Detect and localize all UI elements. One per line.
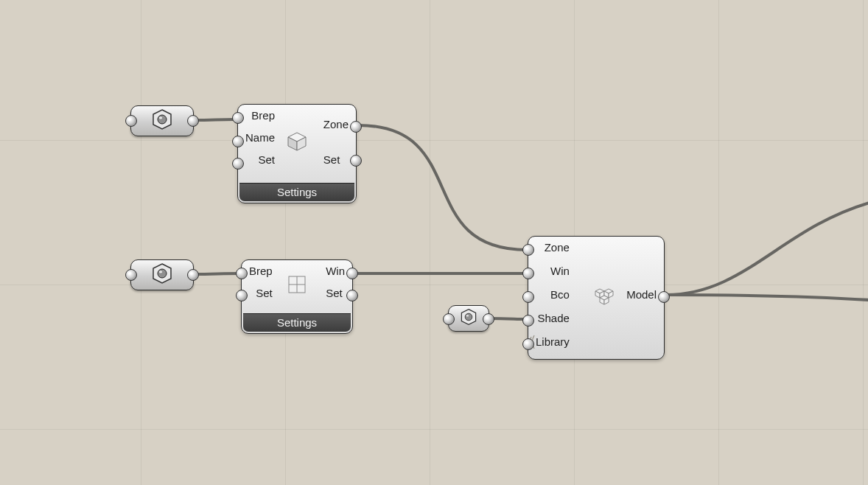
input-set[interactable]: Set — [249, 285, 273, 301]
grip-out-zone[interactable] — [350, 121, 362, 133]
param-brep-3[interactable] — [448, 305, 489, 332]
grip-in-brep[interactable] — [236, 268, 248, 279]
svg-point-1 — [158, 115, 167, 124]
input-bco[interactable]: Bco — [536, 287, 570, 303]
grip-out-model[interactable] — [658, 291, 670, 303]
input-zone[interactable]: Zone — [536, 240, 570, 256]
svg-point-14 — [466, 315, 469, 316]
svg-point-2 — [159, 117, 162, 119]
input-shade[interactable]: Shade — [536, 310, 570, 327]
hex-brep-icon — [151, 108, 173, 133]
param-output-grip[interactable] — [483, 313, 494, 325]
param-input-grip[interactable] — [125, 269, 137, 281]
hex-brep-icon — [151, 262, 173, 287]
cluster-icon — [592, 285, 616, 311]
node-win[interactable]: Brep Set Win Set Settings — [241, 259, 353, 334]
window-icon — [287, 275, 307, 297]
input-brep[interactable]: Brep — [249, 263, 273, 279]
input-win[interactable]: Win — [536, 263, 570, 279]
output-model[interactable]: Model — [626, 287, 657, 303]
input-set[interactable]: Set — [245, 152, 275, 168]
output-win[interactable]: Win — [326, 263, 345, 279]
output-set[interactable]: Set — [323, 152, 349, 168]
param-brep-2[interactable] — [130, 259, 194, 290]
input-library[interactable]: Library — [536, 334, 570, 350]
grip-in-bco[interactable] — [522, 291, 534, 303]
node-model[interactable]: Zone Win Bco Shade Library Model — [528, 236, 665, 360]
svg-point-7 — [158, 269, 167, 278]
param-input-grip[interactable] — [443, 313, 455, 325]
hex-brep-icon — [460, 308, 477, 329]
param-output-grip[interactable] — [187, 115, 199, 127]
node-zone[interactable]: Brep Name Set Zone Set Settings — [237, 104, 357, 203]
grip-in-set[interactable] — [236, 290, 248, 301]
canvas[interactable]: Brep Name Set Zone Set Settings — [0, 0, 868, 485]
param-output-grip[interactable] — [187, 269, 199, 281]
param-brep-1[interactable] — [130, 105, 194, 136]
grip-in-set[interactable] — [232, 158, 244, 170]
wires-layer — [0, 0, 868, 485]
settings-button[interactable]: Settings — [239, 183, 354, 201]
svg-point-13 — [465, 313, 472, 321]
input-name[interactable]: Name — [245, 130, 275, 146]
settings-button[interactable]: Settings — [243, 313, 351, 332]
grip-in-name[interactable] — [232, 136, 244, 147]
grip-in-shade[interactable] — [522, 315, 534, 327]
grip-in-brep[interactable] — [232, 112, 244, 124]
output-set[interactable]: Set — [326, 285, 345, 301]
svg-point-8 — [159, 271, 162, 273]
grip-in-library[interactable] — [522, 338, 534, 350]
output-zone[interactable]: Zone — [323, 116, 349, 133]
input-brep[interactable]: Brep — [245, 108, 275, 124]
grip-out-set[interactable] — [350, 155, 362, 167]
cube-icon — [286, 130, 308, 156]
grip-out-win[interactable] — [346, 268, 358, 279]
grip-in-zone[interactable] — [522, 244, 534, 256]
grip-out-set[interactable] — [346, 290, 358, 301]
param-input-grip[interactable] — [125, 115, 137, 127]
input-library-label: Library — [536, 335, 570, 348]
grip-in-win[interactable] — [522, 268, 534, 279]
